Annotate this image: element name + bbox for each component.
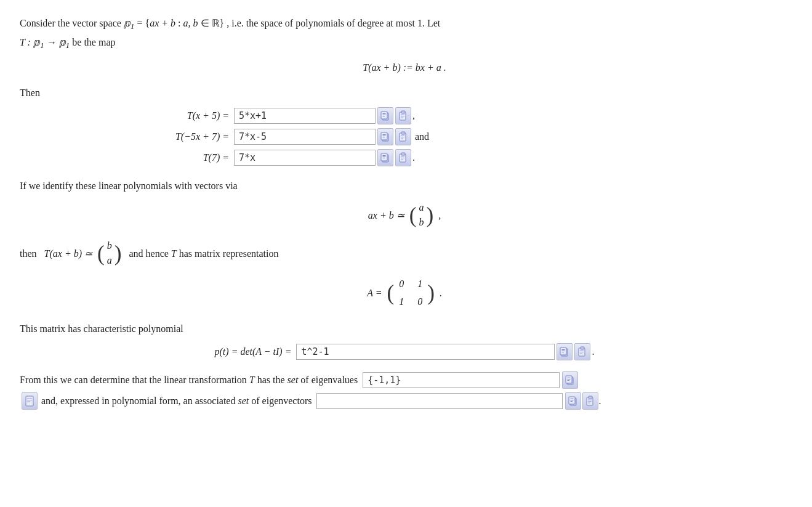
char-copy-icon[interactable] (557, 343, 573, 360)
matrix-row-1: 0 1 (398, 275, 424, 292)
eigenvector-suffix: . (598, 392, 601, 409)
char-poly-suffix: . (592, 343, 594, 360)
eq3-paste-icon[interactable] (395, 149, 411, 166)
vec-comma: , (438, 207, 441, 224)
eigenvector-copy-icon[interactable] (565, 392, 581, 410)
then-T-formula: T(ax + b) ≃ (44, 245, 92, 262)
vec-entries-ba: b a (105, 238, 115, 268)
eq-row-3: T(7) = (94, 149, 789, 166)
svg-rect-45 (26, 396, 33, 406)
vec-entry-a2: a (107, 253, 112, 268)
vec-entry-a: a (419, 200, 424, 215)
eigenvector-label: and, expressed in polynomial form, an as… (41, 392, 312, 409)
right-paren: ) (426, 205, 433, 226)
vector-ba: ( b a ) (97, 238, 121, 268)
vec-formula-text: ax + b ≃ (368, 207, 404, 224)
char-poly-row: p(t) = det(A − tI) = . (20, 343, 789, 360)
def-formula-text: T(ax + b) := bx + a . (363, 62, 446, 73)
eq1-suffix: , (412, 107, 415, 124)
and-hence-text: and hence T has matrix representation (129, 245, 278, 262)
left-paren-2: ( (97, 243, 105, 264)
svg-rect-6 (401, 111, 405, 113)
then-T-line: then T(ax + b) ≃ ( b a ) and hence T has… (20, 238, 789, 268)
def-formula-display: T(ax + b) := bx + a . (20, 59, 789, 76)
eq-input-3[interactable] (234, 150, 376, 166)
svg-rect-26 (401, 153, 405, 155)
vec-entries: a b (416, 200, 426, 230)
matrix-row-2: 1 0 (398, 293, 424, 310)
svg-rect-16 (401, 132, 405, 134)
eq3-copy-icon[interactable] (377, 149, 393, 166)
eq-label-1: T(x + 5) = (94, 107, 229, 124)
eq2-paste-icon[interactable] (395, 128, 411, 145)
svg-rect-36 (581, 347, 584, 349)
char-paste-icon[interactable] (574, 343, 590, 360)
matrix-right-paren: ) (427, 282, 435, 304)
eq-label-3: T(7) = (94, 149, 229, 166)
vec-identify-formula: ax + b ≃ ( a b ) , (20, 200, 789, 230)
eq-input-2[interactable] (234, 129, 376, 145)
char-poly-label: p(t) = det(A − tI) = (215, 343, 292, 360)
eigenvalue-copy-icon[interactable] (562, 371, 578, 389)
equations-block: T(x + 5) = (20, 107, 789, 166)
T-map-def: T : 𝕡1 → 𝕡1 (20, 37, 70, 47)
svg-rect-55 (589, 396, 592, 399)
and-label: and (415, 128, 429, 145)
then-label-2: then (20, 245, 37, 262)
P1-symbol: 𝕡1 (124, 18, 135, 28)
char-poly-intro: This matrix has characteristic polynomia… (20, 320, 789, 337)
eigenvector-doc-icon[interactable] (22, 392, 38, 410)
eq2-copy-icon[interactable] (377, 128, 393, 145)
eigenvector-paste-icon[interactable] (582, 392, 598, 410)
matrix-r1c2: 1 (416, 275, 424, 292)
then-label: Then (20, 84, 789, 101)
eq3-suffix: . (412, 149, 415, 166)
A-eq-label: A = (367, 285, 382, 301)
matrix-r2c1: 1 (398, 293, 405, 310)
eq-row-2: T(−5x + 7) = (94, 128, 789, 145)
matrix-r2c2: 0 (416, 293, 424, 310)
eigenvector-input[interactable] (316, 393, 563, 409)
intro-paragraph: Consider the vector space 𝕡1 = {ax + b :… (20, 15, 789, 53)
matrix-left-paren: ( (387, 282, 394, 304)
eq-input-1[interactable] (234, 108, 376, 124)
eq1-paste-icon[interactable] (395, 107, 411, 124)
matrix-formula-display: A = ( 0 1 1 0 ) . (20, 274, 789, 311)
eigenvalue-row: From this we can determine that the line… (20, 371, 789, 389)
left-paren: ( (409, 205, 417, 226)
vector-ab: ( a b ) (409, 200, 433, 230)
identify-text: If we identify these linear polynomials … (20, 177, 789, 194)
eigenvalue-intro: From this we can determine that the line… (20, 371, 358, 388)
vec-entry-b: b (419, 215, 424, 230)
right-paren-2: ) (115, 243, 122, 264)
matrix-A: ( 0 1 1 0 ) (387, 274, 434, 311)
eq-label-2: T(−5x + 7) = (94, 128, 229, 145)
main-content: Consider the vector space 𝕡1 = {ax + b :… (20, 15, 789, 410)
eq1-copy-icon[interactable] (377, 107, 393, 124)
vec-entry-b2: b (107, 238, 112, 253)
eigenvector-row: and, expressed in polynomial form, an as… (20, 392, 789, 410)
matrix-dot: . (440, 285, 442, 301)
matrix-r1c1: 0 (398, 275, 405, 292)
eigenvalue-input[interactable] (363, 372, 560, 388)
eq-row-1: T(x + 5) = (94, 107, 789, 124)
char-poly-input[interactable] (296, 344, 555, 360)
matrix-entries: 0 1 1 0 (394, 274, 427, 311)
